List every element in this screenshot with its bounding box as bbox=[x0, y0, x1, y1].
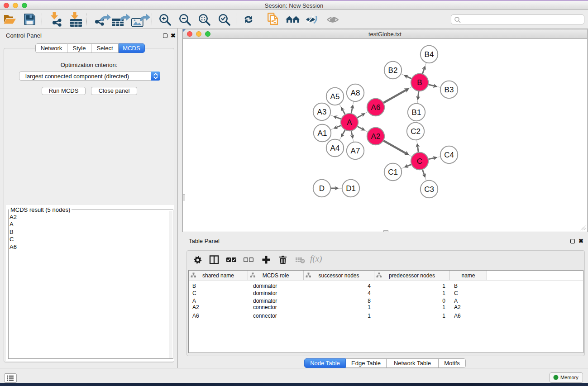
svg-text:A3: A3 bbox=[317, 108, 327, 116]
svg-text:A2: A2 bbox=[371, 132, 381, 141]
svg-text:B1: B1 bbox=[412, 108, 421, 117]
svg-text:B: B bbox=[417, 78, 422, 87]
svg-text:C: C bbox=[417, 157, 422, 166]
svg-text:C1: C1 bbox=[388, 168, 398, 176]
svg-text:C3: C3 bbox=[424, 185, 434, 194]
svg-text:D1: D1 bbox=[346, 184, 356, 193]
svg-text:A1: A1 bbox=[318, 129, 327, 138]
svg-text:B3: B3 bbox=[445, 86, 454, 94]
svg-text:C2: C2 bbox=[411, 127, 421, 136]
svg-text:A8: A8 bbox=[351, 89, 360, 97]
svg-text:A: A bbox=[347, 118, 352, 127]
svg-text:D: D bbox=[319, 184, 325, 193]
svg-text:C4: C4 bbox=[444, 151, 454, 159]
svg-text:A5: A5 bbox=[330, 92, 340, 101]
svg-text:A7: A7 bbox=[351, 147, 360, 155]
svg-text:A4: A4 bbox=[330, 144, 340, 152]
svg-text:A6: A6 bbox=[371, 103, 381, 112]
svg-text:B2: B2 bbox=[388, 66, 398, 75]
svg-text:B4: B4 bbox=[425, 50, 434, 59]
